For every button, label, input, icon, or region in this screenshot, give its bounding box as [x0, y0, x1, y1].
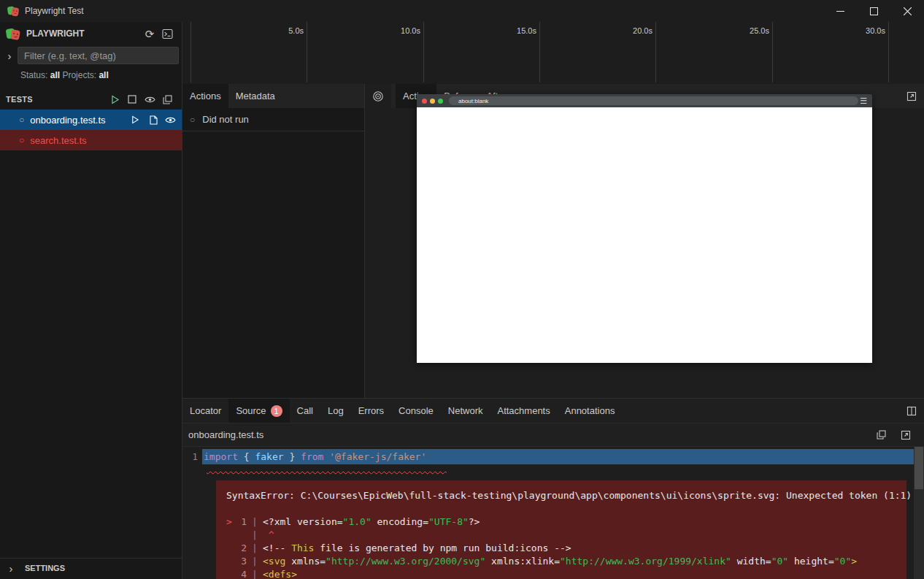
actions-panel: Actions Metadata ○ Did not run [182, 84, 365, 398]
close-button[interactable] [890, 0, 924, 22]
collapse-all-icon[interactable] [158, 91, 176, 107]
error-frame-line: 3 | <svg xmlns="http://www.w3.org/2000/s… [226, 555, 895, 568]
scrollbar-thumb[interactable] [915, 447, 923, 489]
filter-row: › [0, 45, 182, 66]
minimize-button[interactable] [823, 0, 857, 22]
tab-network[interactable]: Network [441, 399, 490, 423]
snapshot-page-body[interactable] [417, 107, 872, 363]
window-titlebar: Playwright Test [0, 0, 924, 22]
tab-errors[interactable]: Errors [351, 399, 391, 423]
tab-console[interactable]: Console [391, 399, 441, 423]
filter-input[interactable] [18, 47, 179, 64]
sidebar-title: PLAYWRIGHT [26, 28, 141, 39]
timeline-tick-label: 30.0s [842, 26, 885, 35]
line-number: 1 [182, 449, 202, 464]
sidebar-header: PLAYWRIGHT ⟳ [0, 22, 182, 45]
test-status-circle-icon: ○ [19, 135, 24, 145]
stop-icon[interactable] [123, 91, 141, 107]
window-title: Playwright Test [25, 6, 83, 16]
source-code-view[interactable]: 1 import { faker } from '@faker-js/faker… [182, 447, 924, 579]
tab-metadata[interactable]: Metadata [228, 84, 282, 108]
run-test-icon[interactable] [126, 112, 144, 128]
copy-icon[interactable] [869, 430, 893, 440]
chevron-right-icon[interactable]: › [1, 50, 18, 62]
tab-source[interactable]: Source 1 [228, 399, 289, 423]
open-snapshot-external-icon[interactable] [899, 84, 924, 108]
did-not-run-row: ○ Did not run [182, 108, 364, 131]
watch-all-eye-icon[interactable] [141, 91, 158, 107]
details-tabbar: Locator Source 1 Call Log Errors Console… [182, 399, 924, 423]
open-source-file-icon[interactable] [144, 112, 161, 128]
status-circle-icon: ○ [190, 115, 195, 125]
test-item-onboarding[interactable]: ○ onboarding.test.ts [0, 110, 182, 130]
error-frame-line: 4 | <defs> [226, 568, 895, 579]
did-not-run-label: Did not run [202, 114, 249, 125]
tab-actions[interactable]: Actions [182, 84, 228, 108]
tests-title: TESTS [6, 95, 106, 104]
error-frame-line: 2 | <!-- This file is generated by npm r… [226, 542, 895, 555]
projects-value: all [99, 70, 108, 80]
pick-locator-icon[interactable] [365, 84, 391, 108]
snapshot-panel: Action Before After about:blank ☰ [365, 84, 924, 398]
source-file-bar: onboarding.test.ts [182, 423, 924, 447]
tests-section-header: TESTS [0, 89, 182, 110]
tab-call[interactable]: Call [290, 399, 320, 423]
run-all-icon[interactable] [106, 91, 123, 107]
hamburger-menu-icon[interactable]: ☰ [860, 97, 867, 105]
error-frame-caret-line: | ^ [226, 529, 895, 542]
filter-status-line: Status: all Projects: all [0, 66, 182, 85]
watch-test-eye-icon[interactable] [161, 112, 179, 128]
status-value: all [50, 70, 60, 80]
tab-log[interactable]: Log [320, 399, 351, 423]
timeline-tick-label: 15.0s [493, 26, 536, 35]
source-file-name: onboarding.test.ts [188, 429, 869, 440]
terminal-icon[interactable] [158, 25, 176, 42]
playwright-logo-icon [7, 5, 19, 17]
error-message: SyntaxError: C:\Courses\EpicWeb\full-sta… [226, 489, 895, 502]
address-bar[interactable]: about:blank [449, 96, 858, 105]
error-frame-line: > 1 | <?xml version="1.0" encoding="UTF-… [226, 515, 895, 529]
syntax-error-block: SyntaxError: C:\Courses\EpicWeb\full-sta… [216, 480, 906, 579]
traffic-light-yellow-icon [430, 99, 435, 104]
maximize-button[interactable] [857, 0, 890, 22]
timeline-tick-label: 5.0s [260, 26, 304, 35]
source-scrollbar[interactable] [914, 447, 924, 579]
timeline-ruler[interactable]: 5.0s10.0s15.0s20.0s25.0s30.0s [182, 22, 924, 84]
tab-attachments[interactable]: Attachments [490, 399, 557, 423]
split-view-icon[interactable] [899, 399, 924, 423]
timeline-tick-label: 20.0s [609, 26, 652, 35]
test-item-search[interactable]: ○ search.test.ts [0, 130, 182, 150]
timeline-tick-label: 25.0s [725, 26, 769, 35]
settings-title: SETTINGS [25, 564, 65, 572]
browser-chrome-bar: about:blank ☰ [417, 94, 872, 107]
timeline-tick-label: 10.0s [377, 26, 420, 35]
playwright-masks-icon [6, 27, 20, 40]
actions-tabbar: Actions Metadata [182, 84, 364, 108]
refresh-icon[interactable]: ⟳ [141, 25, 158, 42]
settings-section-header[interactable]: › SETTINGS [0, 558, 182, 578]
details-panel: Locator Source 1 Call Log Errors Console… [182, 398, 924, 579]
sidebar: PLAYWRIGHT ⟳ › Status: all Projects: all… [0, 22, 182, 579]
test-item-label: onboarding.test.ts [30, 115, 126, 126]
traffic-light-red-icon [422, 99, 427, 104]
tab-annotations[interactable]: Annotations [558, 399, 623, 423]
chevron-right-icon: › [6, 562, 16, 575]
tab-locator[interactable]: Locator [182, 399, 228, 423]
source-error-badge: 1 [271, 405, 282, 417]
browser-snapshot: about:blank ☰ [417, 94, 872, 363]
traffic-light-green-icon [438, 99, 443, 104]
error-squiggle [207, 464, 924, 472]
test-status-circle-icon: ○ [19, 115, 24, 125]
open-source-external-icon[interactable] [893, 430, 918, 440]
test-item-label: search.test.ts [30, 135, 179, 146]
page-url: about:blank [458, 98, 488, 104]
